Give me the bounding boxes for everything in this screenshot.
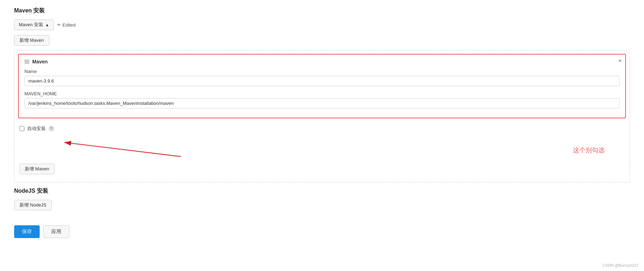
drag-handle[interactable] bbox=[24, 60, 29, 63]
nodejs-section-title: NodeJS 安装 bbox=[14, 187, 630, 195]
close-btn[interactable]: × bbox=[619, 58, 622, 64]
auto-install-label: 自动安装 bbox=[27, 125, 46, 132]
maven-dropdown-label: Maven 安装 bbox=[19, 22, 43, 28]
maven-home-label: MAVEN_HOME bbox=[24, 91, 620, 96]
add-nodejs-btn[interactable]: 新增 NodeJS bbox=[14, 200, 52, 210]
maven-tool-item-header: Maven bbox=[24, 59, 620, 64]
pencil-icon: ✏ bbox=[57, 22, 61, 27]
name-form-group: Name bbox=[24, 69, 620, 86]
maven-section-title: Maven 安装 bbox=[14, 7, 630, 15]
edited-status: ✏ Edited bbox=[57, 22, 76, 28]
add-maven-btn-top[interactable]: 新增 Maven bbox=[14, 35, 49, 46]
apply-button[interactable]: 应用 bbox=[43, 225, 69, 238]
edited-label-text: Edited bbox=[63, 22, 76, 28]
help-icon[interactable]: ? bbox=[49, 126, 54, 131]
bottom-actions: 保存 应用 bbox=[14, 225, 630, 238]
arrow-annotation-svg bbox=[18, 135, 195, 160]
svg-line-1 bbox=[64, 142, 181, 157]
name-label: Name bbox=[24, 69, 620, 74]
chevron-up-icon: ▲ bbox=[45, 23, 49, 27]
nodejs-section: NodeJS 安装 新增 NodeJS bbox=[14, 187, 630, 215]
name-input[interactable] bbox=[24, 76, 620, 86]
maven-home-form-group: MAVEN_HOME bbox=[24, 91, 620, 108]
maven-tool-section: Maven × Name MAVEN_HOME 自动安装 ? bbox=[14, 50, 630, 182]
maven-dropdown-btn[interactable]: Maven 安装 ▲ bbox=[14, 19, 54, 30]
auto-install-row: 自动安装 ? bbox=[15, 122, 629, 135]
annotation-text: 这个别勾选 bbox=[573, 146, 605, 154]
maven-tool-item-name: Maven bbox=[32, 59, 48, 64]
maven-section: Maven 安装 Maven 安装 ▲ ✏ Edited 新增 Maven bbox=[14, 7, 630, 182]
maven-section-header: Maven 安装 ▲ ✏ Edited bbox=[14, 19, 630, 30]
add-maven-btn-bottom[interactable]: 新增 Maven bbox=[19, 164, 55, 174]
maven-tool-item: Maven × Name MAVEN_HOME bbox=[18, 54, 626, 118]
save-button[interactable]: 保存 bbox=[14, 225, 40, 238]
maven-home-input[interactable] bbox=[24, 98, 620, 108]
auto-install-checkbox[interactable] bbox=[19, 126, 24, 131]
